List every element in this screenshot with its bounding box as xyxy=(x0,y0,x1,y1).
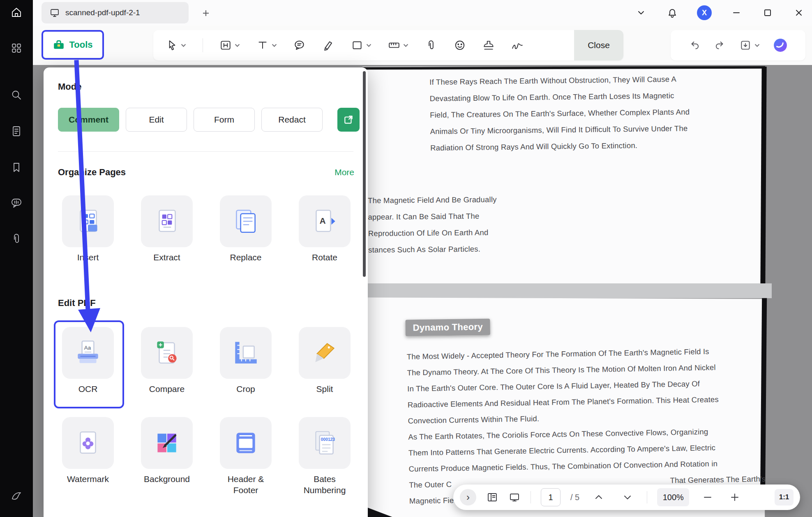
svg-text:A: A xyxy=(320,216,326,225)
divider xyxy=(203,38,203,52)
ai-icon xyxy=(773,38,788,53)
comments-icon[interactable] xyxy=(10,196,23,209)
mode-form-button[interactable]: Form xyxy=(194,108,255,132)
measure-tool[interactable] xyxy=(388,39,408,51)
close-window-button[interactable] xyxy=(792,6,805,19)
zoom-out-minus-icon[interactable] xyxy=(701,491,714,503)
tool-compare[interactable]: Compare xyxy=(141,327,193,394)
select-tool[interactable] xyxy=(166,39,186,51)
chevron-down-icon[interactable] xyxy=(235,43,240,48)
compare-icon xyxy=(152,338,182,368)
monitor-icon xyxy=(50,8,60,18)
page1-paragraph: If These Rays Reach The Earth Without Ob… xyxy=(429,71,690,156)
tool-ocr[interactable]: Aa OCR xyxy=(62,327,114,394)
tool-replace[interactable]: Replace xyxy=(220,195,272,263)
panel-scrollbar[interactable] xyxy=(363,71,366,277)
page-total: / 5 xyxy=(570,493,579,502)
left-sidebar xyxy=(0,0,33,517)
open-in-new-window-button[interactable] xyxy=(337,108,360,132)
tool-header-footer[interactable]: Header & Footer xyxy=(220,417,272,496)
stamp-icon xyxy=(482,39,495,51)
mode-edit-button[interactable]: Edit xyxy=(126,108,187,132)
minimize-button[interactable] xyxy=(730,6,743,19)
page1-clipped-paragraph: The Magnetic Field And Be Gradually appe… xyxy=(368,191,497,258)
document-tab[interactable]: scanned-pdf-updf-2-1 xyxy=(42,2,189,23)
tool-crop[interactable]: Crop xyxy=(220,327,272,394)
save-button[interactable] xyxy=(739,39,760,51)
tab-title: scanned-pdf-updf-2-1 xyxy=(65,8,140,17)
save-icon xyxy=(739,39,752,51)
attachment-icon[interactable] xyxy=(10,232,23,246)
zoom-in-plus-icon[interactable] xyxy=(729,491,741,503)
organize-section-title: Organize Pages xyxy=(58,167,126,178)
bookmark-icon[interactable] xyxy=(10,161,23,174)
chevron-down-icon[interactable] xyxy=(181,43,186,48)
redo-button[interactable] xyxy=(714,39,726,51)
pen-icon xyxy=(322,39,334,51)
previous-page-chevron-up-icon[interactable] xyxy=(593,491,605,503)
thumbnail-panel-icon[interactable] xyxy=(486,491,498,503)
zoom-level-button[interactable]: 100% xyxy=(657,488,689,506)
signature-icon xyxy=(511,39,524,51)
extract-icon xyxy=(152,206,182,236)
expand-statusbar-button[interactable]: › xyxy=(460,489,476,505)
tool-background[interactable]: Background xyxy=(141,417,193,496)
home-icon[interactable] xyxy=(10,6,23,19)
notifications-bell-icon[interactable] xyxy=(666,6,679,19)
divider xyxy=(647,491,647,503)
apps-grid-icon[interactable] xyxy=(10,42,23,55)
page-number-input[interactable] xyxy=(541,488,561,506)
new-tab-button[interactable] xyxy=(199,6,213,20)
tool-watermark[interactable]: Watermark xyxy=(62,417,114,496)
tools-button[interactable]: Tools xyxy=(42,30,104,60)
replace-icon xyxy=(231,206,261,236)
updf-app: scanned-pdf-updf-2-1 X xyxy=(0,0,812,517)
tool-insert[interactable]: Insert xyxy=(62,195,114,263)
annotation-toolbar: Close xyxy=(153,30,623,60)
close-toolbar-button[interactable]: Close xyxy=(574,30,623,60)
pen-tool[interactable] xyxy=(322,39,334,51)
pages-icon[interactable] xyxy=(10,125,23,138)
updf-logo-icon[interactable] xyxy=(10,490,23,503)
stamp-tool[interactable] xyxy=(482,39,495,51)
tool-bates-numbering[interactable]: 000123 Bates Numbering xyxy=(299,417,351,496)
tool-rotate[interactable]: A Rotate xyxy=(299,195,351,263)
highlight-tool[interactable] xyxy=(219,39,240,51)
comment-tool[interactable] xyxy=(293,39,306,51)
signature-tool[interactable] xyxy=(511,39,524,51)
mode-comment-button[interactable]: Comment xyxy=(58,108,119,132)
actual-size-button[interactable]: 1:1 xyxy=(775,489,794,505)
sticker-tool[interactable] xyxy=(454,39,466,51)
sticker-icon xyxy=(454,39,466,51)
search-icon[interactable] xyxy=(10,88,23,102)
maximize-button[interactable] xyxy=(761,6,774,19)
user-avatar[interactable]: X xyxy=(697,5,712,20)
chevron-down-icon[interactable] xyxy=(272,43,277,48)
chevron-down-icon[interactable] xyxy=(634,6,648,19)
redo-icon xyxy=(714,39,726,51)
shape-tool[interactable] xyxy=(351,39,371,51)
cursor-icon xyxy=(166,39,178,51)
chevron-down-icon[interactable] xyxy=(403,43,408,48)
chevron-down-icon[interactable] xyxy=(366,43,371,48)
undo-button[interactable] xyxy=(688,39,701,51)
presentation-icon[interactable] xyxy=(508,491,521,503)
mode-section-title: Mode xyxy=(58,81,81,92)
tool-split[interactable]: Split xyxy=(299,327,351,394)
undo-icon xyxy=(688,39,701,51)
header-footer-icon xyxy=(231,428,261,458)
svg-text:000123: 000123 xyxy=(321,437,335,442)
next-page-chevron-down-icon[interactable] xyxy=(621,491,634,503)
bates-numbering-icon: 000123 xyxy=(309,428,340,458)
history-save-group xyxy=(671,30,805,60)
more-link[interactable]: More xyxy=(334,167,354,177)
tools-panel: Mode Comment Edit Form Redact Organize P… xyxy=(44,67,368,517)
ocr-icon: Aa xyxy=(73,338,103,368)
tool-extract[interactable]: Extract xyxy=(141,195,193,263)
ai-assistant-button[interactable] xyxy=(773,38,788,53)
mode-redact-button[interactable]: Redact xyxy=(261,108,323,132)
text-tool[interactable] xyxy=(256,39,277,51)
attach-tool[interactable] xyxy=(425,39,437,51)
chevron-down-icon[interactable] xyxy=(754,43,760,48)
external-link-icon xyxy=(343,114,354,125)
